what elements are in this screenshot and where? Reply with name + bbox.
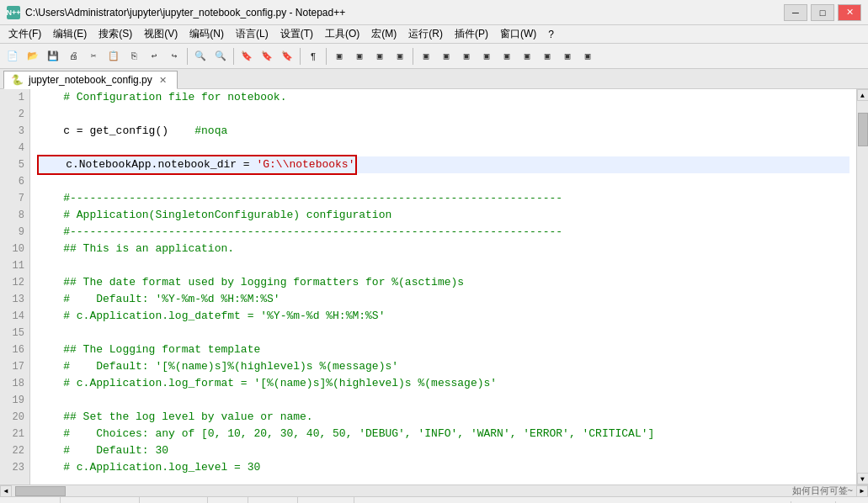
line-numbers: 1234567891011121314151617181920212223 bbox=[0, 89, 30, 484]
title-bar: N++ C:\Users\Administrator\jupyter\jupyt… bbox=[0, 0, 868, 25]
menu-item[interactable]: 工具(O) bbox=[320, 25, 365, 43]
menu-item[interactable]: 文件(F) bbox=[3, 25, 46, 43]
toolbar-button-28[interactable]: ▣ bbox=[498, 47, 516, 66]
line-number-9: 9 bbox=[5, 224, 24, 241]
code-line-5: c.NotebookApp.notebook_dir = 'G:\\notebo… bbox=[37, 156, 849, 173]
code-line-9: #---------------------------------------… bbox=[37, 224, 849, 241]
menu-item[interactable]: 宏(M) bbox=[366, 25, 402, 43]
code-line-16: ## The Logging format template bbox=[37, 342, 849, 358]
code-line-11 bbox=[37, 257, 849, 274]
line-number-17: 17 bbox=[5, 358, 24, 375]
line-number-12: 12 bbox=[5, 274, 24, 291]
code-line-18: # c.Application.log_format = '[%(name)s]… bbox=[37, 375, 849, 392]
vertical-scrollbar[interactable]: ▲ ▼ bbox=[856, 89, 868, 484]
code-area[interactable]: # Configuration file for notebook. c = g… bbox=[30, 89, 856, 484]
toolbar-button-31[interactable]: ▣ bbox=[558, 47, 577, 66]
menu-item[interactable]: 设置(T) bbox=[275, 25, 318, 43]
line-number-13: 13 bbox=[5, 291, 24, 308]
menu-item[interactable]: 窗口(W) bbox=[495, 25, 541, 43]
hscroll-left-button[interactable]: ◀ bbox=[0, 485, 12, 497]
toolbar-button-5[interactable]: 📋 bbox=[104, 47, 123, 66]
menu-item[interactable]: 运行(R) bbox=[403, 25, 448, 43]
code-line-6 bbox=[37, 173, 849, 190]
menu-item[interactable]: 编辑(E) bbox=[48, 25, 92, 43]
line-number-16: 16 bbox=[5, 342, 24, 358]
line-number-10: 10 bbox=[5, 241, 24, 257]
toolbar-button-24[interactable]: ▣ bbox=[417, 47, 435, 66]
code-line-13: # Default: '%Y-%m-%d %H:%M:%S' bbox=[37, 291, 849, 308]
toolbar-button-20[interactable]: ▣ bbox=[350, 47, 369, 66]
hscroll-thumb[interactable] bbox=[15, 486, 66, 496]
hscroll-right-button[interactable]: ▶ bbox=[856, 485, 868, 497]
code-lines: # Configuration file for notebook. c = g… bbox=[30, 89, 856, 476]
toolbar-button-6[interactable]: ⎘ bbox=[125, 47, 143, 66]
toolbar-button-0[interactable]: 📄 bbox=[3, 47, 22, 66]
hscroll-right-info: 如何日何可签~ bbox=[789, 484, 856, 497]
maximize-button[interactable]: □ bbox=[811, 4, 834, 21]
menu-bar: 文件(F)编辑(E)搜索(S)视图(V)编码(N)语言(L)设置(T)工具(O)… bbox=[0, 25, 868, 44]
app-icon: N++ bbox=[7, 6, 20, 19]
toolbar-button-4[interactable]: ✂ bbox=[84, 47, 103, 66]
toolbar-button-13[interactable]: 🔖 bbox=[237, 47, 256, 66]
window-title: C:\Users\Administrator\jupyter\jupyter_n… bbox=[25, 7, 345, 19]
line-number-15: 15 bbox=[5, 325, 24, 342]
line-number-22: 22 bbox=[5, 442, 24, 459]
code-line-21: # Choices: any of [0, 10, 20, 30, 40, 50… bbox=[37, 426, 849, 442]
status-ln: Ln : 5 bbox=[208, 497, 249, 503]
scroll-down-button[interactable]: ▼ bbox=[857, 473, 869, 484]
toolbar-button-19[interactable]: ▣ bbox=[330, 47, 349, 66]
toolbar-button-3[interactable]: 🖨 bbox=[64, 47, 83, 66]
toolbar-button-15[interactable]: 🔖 bbox=[278, 47, 296, 66]
line-number-3: 3 bbox=[5, 123, 24, 140]
toolbar-button-2[interactable]: 💾 bbox=[44, 47, 62, 66]
code-line-12: ## The date format used by logging forma… bbox=[37, 274, 849, 291]
window-controls: ─ □ ✕ bbox=[784, 4, 861, 21]
code-line-2 bbox=[37, 106, 849, 123]
toolbar-button-7[interactable]: ↩ bbox=[145, 47, 163, 66]
toolbar-button-32[interactable]: ▣ bbox=[578, 47, 597, 66]
menu-item[interactable]: 语言(L) bbox=[231, 25, 274, 43]
line-number-6: 6 bbox=[5, 173, 24, 190]
toolbar-button-27[interactable]: ▣ bbox=[477, 47, 496, 66]
toolbar-button-26[interactable]: ▣ bbox=[457, 47, 476, 66]
status-lines: lines : 1,068 bbox=[140, 497, 207, 503]
toolbar-button-10[interactable]: 🔍 bbox=[191, 47, 210, 66]
toolbar-button-21[interactable]: ▣ bbox=[370, 47, 389, 66]
toolbar-separator bbox=[233, 48, 234, 65]
toolbar-button-8[interactable]: ↪ bbox=[165, 47, 184, 66]
code-line-17: # Default: '[%(name)s]%(highlevel)s %(me… bbox=[37, 358, 849, 375]
menu-item[interactable]: 编码(N) bbox=[184, 25, 229, 43]
toolbar-separator bbox=[300, 48, 301, 65]
line-number-4: 4 bbox=[5, 140, 24, 156]
line-number-21: 21 bbox=[5, 426, 24, 442]
horizontal-scrollbar: ◀ 如何日何可签~ ▶ bbox=[0, 484, 868, 496]
toolbar-button-25[interactable]: ▣ bbox=[437, 47, 455, 66]
toolbar-button-17[interactable]: ¶ bbox=[304, 47, 322, 66]
toolbar-button-14[interactable]: 🔖 bbox=[258, 47, 276, 66]
tab-bar: 🐍 jupyter_notebook_config.py ✕ bbox=[0, 69, 868, 89]
toolbar-button-29[interactable]: ▣ bbox=[518, 47, 536, 66]
menu-item[interactable]: 搜索(S) bbox=[93, 25, 137, 43]
line-number-11: 11 bbox=[5, 257, 24, 274]
line-number-19: 19 bbox=[5, 392, 24, 409]
code-line-22: # Default: 30 bbox=[37, 442, 849, 459]
status-col: Col : 45 bbox=[248, 497, 298, 503]
menu-item[interactable]: 视图(V) bbox=[139, 25, 183, 43]
editor-container: 1234567891011121314151617181920212223 # … bbox=[0, 89, 868, 484]
toolbar-button-11[interactable]: 🔍 bbox=[211, 47, 230, 66]
tab-close-button[interactable]: ✕ bbox=[157, 75, 168, 86]
toolbar-button-30[interactable]: ▣ bbox=[538, 47, 556, 66]
close-button[interactable]: ✕ bbox=[838, 4, 861, 21]
line-number-7: 7 bbox=[5, 190, 24, 207]
tab-file[interactable]: 🐍 jupyter_notebook_config.py ✕ bbox=[3, 71, 178, 89]
toolbar-button-1[interactable]: 📂 bbox=[24, 47, 42, 66]
scroll-up-button[interactable]: ▲ bbox=[857, 89, 869, 101]
toolbar-button-22[interactable]: ▣ bbox=[391, 47, 409, 66]
scroll-thumb[interactable] bbox=[858, 113, 868, 146]
code-line-3: c = get_config() #noqa bbox=[37, 123, 849, 140]
line-number-5: 5 bbox=[5, 156, 24, 173]
menu-item[interactable]: ? bbox=[543, 27, 559, 42]
minimize-button[interactable]: ─ bbox=[784, 4, 807, 21]
menu-item[interactable]: 插件(P) bbox=[450, 25, 493, 43]
line-number-20: 20 bbox=[5, 409, 24, 426]
